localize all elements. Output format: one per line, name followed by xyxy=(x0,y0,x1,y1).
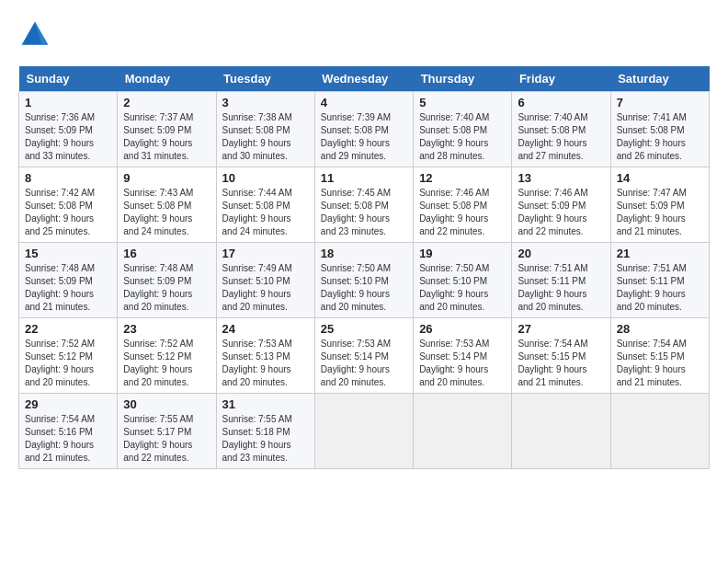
calendar-cell: 18 Sunrise: 7:50 AMSunset: 5:10 PMDaylig… xyxy=(314,243,413,318)
page-header xyxy=(18,18,710,52)
day-number: 14 xyxy=(617,171,703,185)
calendar-cell: 26 Sunrise: 7:53 AMSunset: 5:14 PMDaylig… xyxy=(414,318,512,394)
day-number: 22 xyxy=(25,322,111,336)
day-info: Sunrise: 7:51 AMSunset: 5:11 PMDaylight:… xyxy=(518,262,604,314)
weekday-header-wednesday: Wednesday xyxy=(314,66,413,92)
weekday-header-saturday: Saturday xyxy=(610,66,709,92)
day-info: Sunrise: 7:44 AMSunset: 5:08 PMDaylight:… xyxy=(222,187,309,238)
day-info: Sunrise: 7:50 AMSunset: 5:10 PMDaylight:… xyxy=(419,262,506,314)
calendar-cell: 24 Sunrise: 7:53 AMSunset: 5:13 PMDaylig… xyxy=(216,318,314,394)
day-info: Sunrise: 7:50 AMSunset: 5:10 PMDaylight:… xyxy=(321,262,407,314)
calendar-cell: 15 Sunrise: 7:48 AMSunset: 5:09 PMDaylig… xyxy=(19,243,118,318)
day-number: 12 xyxy=(419,171,506,185)
day-number: 8 xyxy=(25,171,111,185)
day-info: Sunrise: 7:54 AMSunset: 5:15 PMDaylight:… xyxy=(617,338,703,389)
day-number: 2 xyxy=(123,96,210,109)
day-info: Sunrise: 7:52 AMSunset: 5:12 PMDaylight:… xyxy=(25,338,111,389)
day-info: Sunrise: 7:54 AMSunset: 5:15 PMDaylight:… xyxy=(518,338,604,389)
day-info: Sunrise: 7:37 AMSunset: 5:09 PMDaylight:… xyxy=(123,111,210,163)
calendar-cell: 20 Sunrise: 7:51 AMSunset: 5:11 PMDaylig… xyxy=(512,243,610,318)
day-number: 18 xyxy=(321,247,407,260)
day-number: 26 xyxy=(419,322,506,336)
calendar-cell: 30 Sunrise: 7:55 AMSunset: 5:17 PMDaylig… xyxy=(118,394,216,469)
day-info: Sunrise: 7:40 AMSunset: 5:08 PMDaylight:… xyxy=(419,111,506,163)
calendar-week-2: 8 Sunrise: 7:42 AMSunset: 5:08 PMDayligh… xyxy=(19,167,710,243)
day-number: 24 xyxy=(222,322,309,336)
calendar-cell xyxy=(512,394,610,469)
day-number: 7 xyxy=(617,96,703,109)
calendar-cell: 14 Sunrise: 7:47 AMSunset: 5:09 PMDaylig… xyxy=(610,167,709,243)
day-number: 29 xyxy=(25,397,111,411)
day-number: 3 xyxy=(222,96,309,109)
day-info: Sunrise: 7:49 AMSunset: 5:10 PMDaylight:… xyxy=(222,262,309,314)
calendar-cell xyxy=(314,394,413,469)
day-info: Sunrise: 7:40 AMSunset: 5:08 PMDaylight:… xyxy=(518,111,604,163)
calendar-cell: 23 Sunrise: 7:52 AMSunset: 5:12 PMDaylig… xyxy=(118,318,216,394)
day-number: 20 xyxy=(518,247,604,260)
day-number: 1 xyxy=(25,96,111,109)
calendar-cell: 9 Sunrise: 7:43 AMSunset: 5:08 PMDayligh… xyxy=(118,167,216,243)
calendar-cell: 10 Sunrise: 7:44 AMSunset: 5:08 PMDaylig… xyxy=(216,167,314,243)
calendar-cell: 5 Sunrise: 7:40 AMSunset: 5:08 PMDayligh… xyxy=(414,92,512,167)
day-info: Sunrise: 7:53 AMSunset: 5:13 PMDaylight:… xyxy=(222,338,309,389)
day-info: Sunrise: 7:41 AMSunset: 5:08 PMDaylight:… xyxy=(617,111,703,163)
day-info: Sunrise: 7:53 AMSunset: 5:14 PMDaylight:… xyxy=(321,338,407,389)
day-info: Sunrise: 7:54 AMSunset: 5:16 PMDaylight:… xyxy=(25,413,111,465)
calendar-cell: 12 Sunrise: 7:46 AMSunset: 5:08 PMDaylig… xyxy=(414,167,512,243)
day-info: Sunrise: 7:36 AMSunset: 5:09 PMDaylight:… xyxy=(25,111,111,163)
day-number: 6 xyxy=(518,96,604,109)
day-info: Sunrise: 7:51 AMSunset: 5:11 PMDaylight:… xyxy=(617,262,703,314)
day-info: Sunrise: 7:55 AMSunset: 5:18 PMDaylight:… xyxy=(222,413,309,465)
day-info: Sunrise: 7:52 AMSunset: 5:12 PMDaylight:… xyxy=(123,338,210,389)
day-number: 31 xyxy=(222,397,309,411)
calendar-cell: 21 Sunrise: 7:51 AMSunset: 5:11 PMDaylig… xyxy=(610,243,709,318)
weekday-header-tuesday: Tuesday xyxy=(216,66,314,92)
calendar-table: SundayMondayTuesdayWednesdayThursdayFrid… xyxy=(18,66,710,469)
day-number: 23 xyxy=(123,322,210,336)
day-number: 28 xyxy=(617,322,703,336)
weekday-header-sunday: Sunday xyxy=(19,66,118,92)
calendar-week-1: 1 Sunrise: 7:36 AMSunset: 5:09 PMDayligh… xyxy=(19,92,710,167)
day-number: 10 xyxy=(222,171,309,185)
calendar-cell: 4 Sunrise: 7:39 AMSunset: 5:08 PMDayligh… xyxy=(314,92,413,167)
day-number: 13 xyxy=(518,171,604,185)
day-info: Sunrise: 7:47 AMSunset: 5:09 PMDaylight:… xyxy=(617,187,703,238)
calendar-week-4: 22 Sunrise: 7:52 AMSunset: 5:12 PMDaylig… xyxy=(19,318,710,394)
calendar-cell xyxy=(610,394,709,469)
calendar-cell: 25 Sunrise: 7:53 AMSunset: 5:14 PMDaylig… xyxy=(314,318,413,394)
weekday-header-friday: Friday xyxy=(512,66,610,92)
day-info: Sunrise: 7:48 AMSunset: 5:09 PMDaylight:… xyxy=(123,262,210,314)
day-number: 27 xyxy=(518,322,604,336)
day-number: 30 xyxy=(123,397,210,411)
day-info: Sunrise: 7:55 AMSunset: 5:17 PMDaylight:… xyxy=(123,413,210,465)
day-number: 25 xyxy=(321,322,407,336)
day-info: Sunrise: 7:46 AMSunset: 5:09 PMDaylight:… xyxy=(518,187,604,238)
day-info: Sunrise: 7:38 AMSunset: 5:08 PMDaylight:… xyxy=(222,111,309,163)
day-info: Sunrise: 7:46 AMSunset: 5:08 PMDaylight:… xyxy=(419,187,506,238)
day-number: 5 xyxy=(419,96,506,109)
calendar-cell: 19 Sunrise: 7:50 AMSunset: 5:10 PMDaylig… xyxy=(414,243,512,318)
day-info: Sunrise: 7:39 AMSunset: 5:08 PMDaylight:… xyxy=(321,111,407,163)
weekday-header-monday: Monday xyxy=(118,66,216,92)
logo-icon xyxy=(18,18,51,52)
calendar-cell: 17 Sunrise: 7:49 AMSunset: 5:10 PMDaylig… xyxy=(216,243,314,318)
day-number: 15 xyxy=(25,247,111,260)
calendar-cell: 7 Sunrise: 7:41 AMSunset: 5:08 PMDayligh… xyxy=(610,92,709,167)
calendar-cell: 31 Sunrise: 7:55 AMSunset: 5:18 PMDaylig… xyxy=(216,394,314,469)
calendar-week-5: 29 Sunrise: 7:54 AMSunset: 5:16 PMDaylig… xyxy=(19,394,710,469)
day-info: Sunrise: 7:42 AMSunset: 5:08 PMDaylight:… xyxy=(25,187,111,238)
day-info: Sunrise: 7:53 AMSunset: 5:14 PMDaylight:… xyxy=(419,338,506,389)
calendar-cell: 11 Sunrise: 7:45 AMSunset: 5:08 PMDaylig… xyxy=(314,167,413,243)
weekday-header-thursday: Thursday xyxy=(414,66,512,92)
calendar-week-3: 15 Sunrise: 7:48 AMSunset: 5:09 PMDaylig… xyxy=(19,243,710,318)
day-number: 4 xyxy=(321,96,407,109)
calendar-cell: 16 Sunrise: 7:48 AMSunset: 5:09 PMDaylig… xyxy=(118,243,216,318)
calendar-cell xyxy=(414,394,512,469)
day-number: 11 xyxy=(321,171,407,185)
calendar-cell: 13 Sunrise: 7:46 AMSunset: 5:09 PMDaylig… xyxy=(512,167,610,243)
day-number: 17 xyxy=(222,247,309,260)
day-number: 19 xyxy=(419,247,506,260)
calendar-cell: 27 Sunrise: 7:54 AMSunset: 5:15 PMDaylig… xyxy=(512,318,610,394)
calendar-cell: 22 Sunrise: 7:52 AMSunset: 5:12 PMDaylig… xyxy=(19,318,118,394)
calendar-cell: 6 Sunrise: 7:40 AMSunset: 5:08 PMDayligh… xyxy=(512,92,610,167)
